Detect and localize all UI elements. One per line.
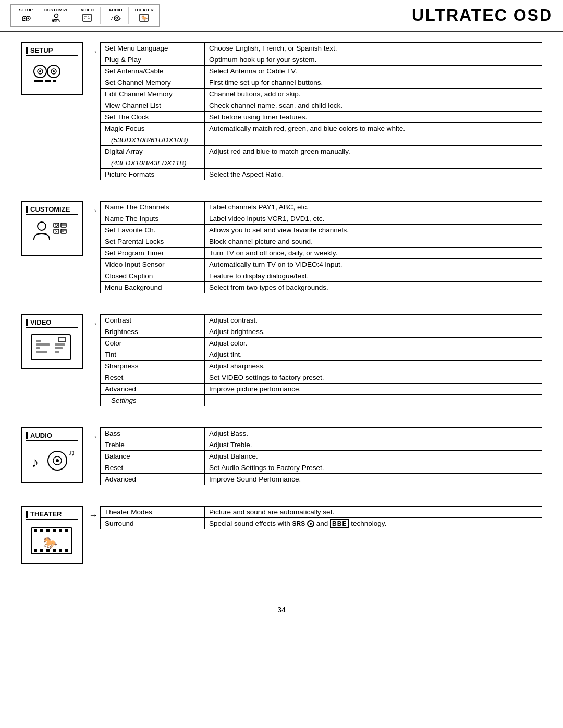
menu-item-label: Set The Clock: [101, 112, 205, 123]
menu-item-description: Adjust tint.: [205, 349, 542, 361]
menu-item-description: Adjust sharpness.: [205, 361, 542, 372]
svg-rect-36: [61, 223, 66, 227]
table-row: BrightnessAdjust brightness.: [101, 326, 542, 338]
setup-icon-area: [26, 58, 78, 91]
svg-rect-14: [84, 16, 87, 17]
menu-item-description: Block channel picture and sound.: [205, 236, 542, 248]
menu-item-label: Advanced: [101, 384, 205, 395]
setup-table: Set Menu LanguageChoose English, French,…: [100, 42, 542, 180]
main-content: SETUP →: [0, 32, 563, 595]
table-row: Edit Channel MemoryChannel buttons, add …: [101, 89, 542, 100]
table-row: Video Input SensorAutomatically turn TV …: [101, 259, 542, 270]
customize-arrow-container: →: [89, 201, 98, 216]
menu-item-label: Settings: [101, 395, 205, 406]
table-row: Set Menu LanguageChoose English, French,…: [101, 43, 542, 54]
nav-setup[interactable]: SETUP: [13, 7, 39, 24]
video-section: VIDEO →: [21, 314, 542, 406]
menu-item-description: [205, 134, 542, 146]
customize-table: Name The ChannelsLabel channels PAY1, AB…: [100, 201, 542, 293]
svg-rect-49: [55, 343, 65, 346]
menu-item-label: Bass: [101, 428, 205, 439]
menu-item-description: Improve picture performance.: [205, 384, 542, 395]
audio-bar: [26, 432, 28, 439]
table-row: AdvancedImprove picture performance.: [101, 384, 542, 395]
svg-rect-31: [45, 80, 51, 82]
menu-item-label: Plug & Play: [101, 54, 205, 66]
menu-item-label: (53UDX10B/61UDX10B): [101, 134, 205, 146]
nav-theater[interactable]: THEATER 🐎: [131, 7, 157, 24]
svg-point-1: [23, 18, 25, 19]
menu-item-description: Label video inputs VCR1, DVD1, etc.: [205, 213, 542, 225]
menu-item-label: Menu Background: [101, 282, 205, 293]
svg-rect-11: [57, 20, 60, 20]
svg-point-29: [53, 70, 55, 72]
menu-item-label: Set Antenna/Cable: [101, 66, 205, 77]
menu-item-description: Feature to display dialogue/text.: [205, 270, 542, 282]
nav-video[interactable]: VIDEO: [75, 7, 101, 24]
menu-item-label: Contrast: [101, 315, 205, 326]
menu-item-label: View Channel List: [101, 100, 205, 112]
audio-icon-area: ♪ ♫: [26, 443, 78, 478]
menu-item-description: Improve Sound Performance.: [205, 474, 542, 485]
audio-table: BassAdjust Bass.TrebleAdjust Treble.Bala…: [100, 427, 542, 485]
table-row: Theater ModesPicture and sound are autom…: [101, 507, 542, 518]
menu-item-label: Closed Caption: [101, 270, 205, 282]
svg-rect-52: [59, 337, 65, 342]
menu-item-label: Magic Focus: [101, 123, 205, 134]
table-row: BassAdjust Bass.: [101, 428, 542, 439]
svg-text:♪: ♪: [31, 454, 39, 470]
table-row: SharpnessAdjust sharpness.: [101, 361, 542, 372]
menu-item-label: Set Menu Language: [101, 43, 205, 54]
menu-item-label: Theater Modes: [101, 507, 205, 518]
table-row: View Channel ListCheck channel name, sca…: [101, 100, 542, 112]
svg-point-33: [38, 222, 46, 230]
table-row: Digital ArrayAdjust red and blue to matc…: [101, 146, 542, 157]
customize-icon: ✕: [51, 13, 62, 23]
nav-customize[interactable]: CUSTOMIZE ✕: [41, 7, 72, 24]
nav-theater-label: THEATER: [134, 8, 153, 13]
table-row: Menu BackgroundSelect from two types of …: [101, 282, 542, 293]
theater-graphic: 🐎: [29, 524, 76, 558]
svg-rect-30: [34, 80, 43, 82]
menu-item-description: Optimum hook up for your system.: [205, 54, 542, 66]
menu-item-label: Set Channel Memory: [101, 77, 205, 89]
menu-item-label: Brightness: [101, 326, 205, 338]
table-row: Closed CaptionFeature to display dialogu…: [101, 270, 542, 282]
table-row: ResetSet VIDEO settings to factory prese…: [101, 372, 542, 384]
menu-item-description: Adjust red and blue to match green manua…: [205, 146, 542, 157]
svg-rect-4: [22, 20, 25, 21]
menu-item-description: Allows you to set and view favorite chan…: [205, 225, 542, 236]
svg-rect-47: [36, 347, 40, 349]
menu-item-label: Digital Array: [101, 146, 205, 157]
svg-rect-65: [34, 549, 37, 552]
menu-item-description: Adjust Balance.: [205, 451, 542, 462]
customize-icon-area: ✕: [26, 217, 78, 252]
menu-item-description: Set before using timer features.: [205, 112, 542, 123]
customize-bar: [26, 206, 28, 213]
menu-item-label: Set Parental Locks: [101, 236, 205, 248]
menu-item-description: Select the Aspect Ratio.: [205, 169, 542, 180]
svg-rect-15: [84, 18, 85, 19]
video-icon-box: VIDEO: [21, 314, 83, 369]
nav-audio[interactable]: AUDIO ♪ ♪: [103, 7, 129, 24]
setup-bar: [26, 47, 28, 54]
menu-item-description: Label channels PAY1, ABC, etc.: [205, 202, 542, 213]
table-row: Set Favorite Ch.Allows you to set and vi…: [101, 225, 542, 236]
svg-rect-48: [36, 351, 47, 353]
page-title: ULTRATEC OSD: [412, 6, 553, 25]
table-row: Set Channel MemoryFirst time set up for …: [101, 77, 542, 89]
svg-text:♪: ♪: [111, 15, 114, 21]
nav-video-label: VIDEO: [81, 8, 94, 13]
svg-rect-69: [59, 549, 62, 552]
menu-item-description: [205, 395, 542, 406]
theater-arrow-container: →: [89, 506, 98, 521]
menu-item-description: Automatically turn TV on to VIDEO:4 inpu…: [205, 259, 542, 270]
header: SETUP CUSTOMIZE: [0, 0, 563, 32]
svg-point-26: [39, 70, 41, 72]
table-row: Magic FocusAutomatically match red, gree…: [101, 123, 542, 134]
menu-item-label: Set Program Timer: [101, 248, 205, 259]
menu-item-label: Color: [101, 338, 205, 349]
table-row: ResetSet Audio Settings to Factory Prese…: [101, 462, 542, 474]
setup-arrow: →: [89, 46, 98, 57]
menu-item-description: Adjust contrast.: [205, 315, 542, 326]
